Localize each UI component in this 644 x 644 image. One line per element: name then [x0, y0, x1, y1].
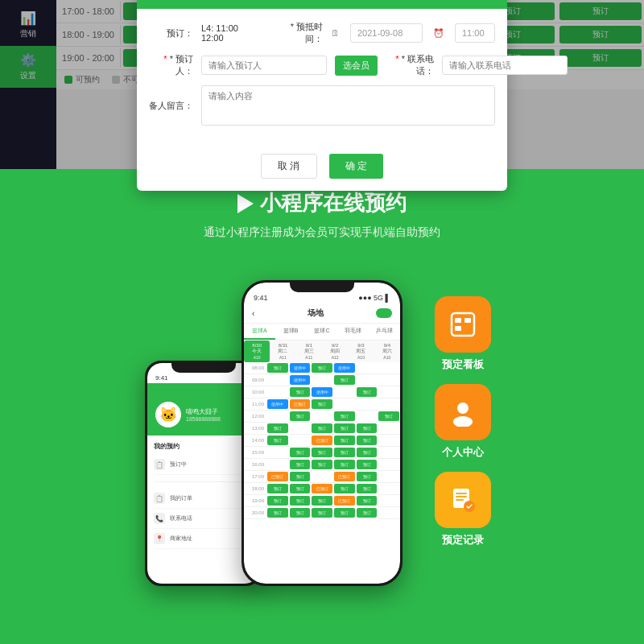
feature-personal-center[interactable]: 个人中心 — [435, 384, 491, 460]
slot-2000-1[interactable]: 预订 — [266, 507, 289, 518]
slot-1400-3[interactable]: 已预订 — [311, 435, 333, 446]
date-91-day: 周三 — [297, 348, 321, 355]
slot-1400-5[interactable]: 预订 — [356, 435, 378, 446]
slot-1800-3[interactable]: 已预订 — [311, 483, 333, 494]
slot-1000-1 — [266, 386, 289, 398]
modal-close-button[interactable]: × — [488, 0, 495, 1]
back-icon[interactable]: ‹ — [252, 309, 254, 318]
booking-time-input[interactable] — [455, 23, 495, 43]
tab-basketball-b[interactable]: 篮球B — [275, 324, 307, 340]
select-member-button[interactable]: 选会员 — [335, 56, 378, 76]
slot-1900-4[interactable]: 已预订 — [333, 495, 356, 506]
signal-icon: ●●● 5G ▌ — [358, 294, 390, 302]
slot-1900-5[interactable]: 预订 — [356, 495, 378, 506]
tab-pingpong[interactable]: 乒乓球 — [369, 324, 400, 340]
feature-booking-record[interactable]: 预定记录 — [435, 472, 491, 547]
booking-date-input[interactable] — [350, 23, 423, 43]
confirm-button[interactable]: 确 定 — [329, 154, 383, 179]
slot-2000-2[interactable]: 预订 — [289, 507, 312, 518]
date-831[interactable]: 8/31 周二 A11 — [270, 341, 295, 362]
date-93[interactable]: 9/3 周五 A10 — [348, 341, 374, 362]
date-92[interactable]: 9/2 周四 A12 — [322, 341, 348, 362]
slot-1800-5[interactable]: 预订 — [356, 483, 378, 494]
slot-1600-5[interactable]: 预订 — [356, 459, 378, 470]
feature-booking-board[interactable]: 预定看板 — [435, 296, 491, 372]
slot-1200-4[interactable]: 预订 — [333, 411, 356, 422]
slot-1000-2[interactable]: 预订 — [289, 386, 312, 398]
slot-1900-2[interactable]: 预订 — [289, 495, 312, 506]
slot-1900-1[interactable]: 预订 — [266, 495, 289, 506]
slot-0900-5 — [356, 374, 378, 386]
note-textarea[interactable] — [201, 85, 495, 126]
svg-point-5 — [453, 416, 473, 427]
slot-0800-1[interactable]: 预订 — [266, 362, 289, 374]
slot-1800-4[interactable]: 预订 — [333, 483, 356, 494]
slot-1500-5[interactable]: 预订 — [356, 447, 378, 458]
slot-1600-2[interactable]: 预订 — [289, 459, 312, 470]
slot-1200-3 — [311, 411, 333, 422]
slot-1900-3[interactable]: 预订 — [311, 495, 333, 506]
slot-0900-4[interactable]: 预订 — [333, 374, 356, 386]
slot-1700-4[interactable]: 已预订 — [333, 471, 356, 482]
slot-1000-3[interactable]: 使用中 — [311, 386, 333, 398]
time-1800: 18:00 — [244, 486, 266, 491]
phones-wrapper: 9:41 📶 🐱 喵鸣大囧子 18588888888 — [145, 280, 402, 586]
date-today[interactable]: 8/30 今天 A10 — [244, 341, 270, 362]
booking-info-row: 预订： L4: 11:00 12:00 * 预抵时间： 🗓 ⏰ — [149, 21, 495, 45]
date-94[interactable]: 9/4 周六 A10 — [374, 341, 400, 362]
slot-1100-2[interactable]: 已预订 — [289, 398, 312, 410]
slot-1000-5[interactable]: 预订 — [356, 386, 378, 398]
slot-0800-4[interactable]: 使用中 — [333, 362, 356, 374]
booking-modal: 预订 × 预订： L4: 11:00 12:00 * 预抵时间： 🗓 ⏰ * 预… — [137, 0, 507, 191]
contact-input[interactable] — [442, 56, 568, 75]
slot-1800-1[interactable]: 预订 — [266, 483, 289, 494]
my-booking-title: 我的预约 — [154, 442, 253, 451]
slot-1100-1[interactable]: 使用中 — [266, 398, 289, 410]
slot-1700-2[interactable]: 预订 — [289, 471, 312, 482]
large-phone: 9:41 ●●● 5G ▌ ‹ 场地 篮球A 篮球B 篮球C 羽毛球 乒乓球 — [242, 280, 402, 586]
slot-1500-4[interactable]: 预订 — [333, 447, 356, 458]
slot-1700-5[interactable]: 预订 — [356, 471, 378, 482]
modal-footer: 取 消 确 定 — [137, 146, 507, 191]
booking-status-item[interactable]: 📋 预订中 — [154, 455, 253, 475]
section-subtitle: 通过小程序注册成为会员可实现手机端自助预约 — [16, 225, 628, 240]
slot-0800-2[interactable]: 使用中 — [289, 362, 312, 374]
booker-input[interactable] — [201, 56, 327, 75]
slot-1600-4[interactable]: 预订 — [333, 459, 356, 470]
booking-record-label: 预定记录 — [442, 533, 484, 547]
slot-1700-1[interactable]: 已预订 — [266, 471, 289, 482]
address-item[interactable]: 📍 商家地址 — [154, 529, 253, 549]
orders-icon: 📋 — [154, 493, 165, 504]
cancel-button[interactable]: 取 消 — [261, 154, 316, 179]
slot-0800-6 — [378, 362, 400, 374]
slot-0800-3[interactable]: 预订 — [311, 362, 333, 374]
booking-status-icon: 📋 — [154, 459, 165, 470]
slot-1500-2[interactable]: 预订 — [289, 447, 312, 458]
slot-2000-3[interactable]: 预订 — [311, 507, 333, 518]
slot-1400-4[interactable]: 预订 — [333, 435, 356, 446]
slot-1800-2[interactable]: 预订 — [289, 483, 312, 494]
date-91[interactable]: 9/1 周三 A11 — [296, 341, 322, 362]
slot-1200-6[interactable]: 预订 — [378, 411, 400, 422]
slot-1200-2[interactable]: 预订 — [289, 411, 312, 422]
slot-1100-3[interactable]: 预订 — [311, 398, 333, 410]
toggle-icon[interactable] — [376, 308, 392, 318]
small-phone-user-section: 🐱 喵鸣大囧子 18588888888 — [155, 402, 251, 427]
booking-time-label: * 预抵时间： — [275, 21, 323, 45]
slot-1300-1[interactable]: 预订 — [266, 423, 289, 434]
slot-1500-3[interactable]: 预订 — [311, 447, 333, 458]
tab-basketball-a[interactable]: 篮球A — [244, 324, 275, 340]
phone-item[interactable]: 📞 联系电话 — [154, 509, 253, 529]
slot-1300-4[interactable]: 预订 — [333, 423, 356, 434]
slot-1300-5[interactable]: 预订 — [356, 423, 378, 434]
slot-2000-5[interactable]: 预订 — [356, 507, 378, 518]
tab-basketball-c[interactable]: 篮球C — [307, 324, 338, 340]
slot-0900-2[interactable]: 使用中 — [289, 374, 312, 386]
slot-1300-3[interactable]: 预订 — [311, 423, 333, 434]
tab-badminton[interactable]: 羽毛球 — [337, 324, 369, 340]
slot-1600-3[interactable]: 预订 — [311, 459, 333, 470]
slot-2000-4[interactable]: 预订 — [333, 507, 356, 518]
orders-item[interactable]: 📋 我的订单 — [154, 489, 253, 509]
date-93-day: 周五 — [349, 348, 373, 355]
slot-1400-1[interactable]: 预订 — [266, 435, 289, 446]
